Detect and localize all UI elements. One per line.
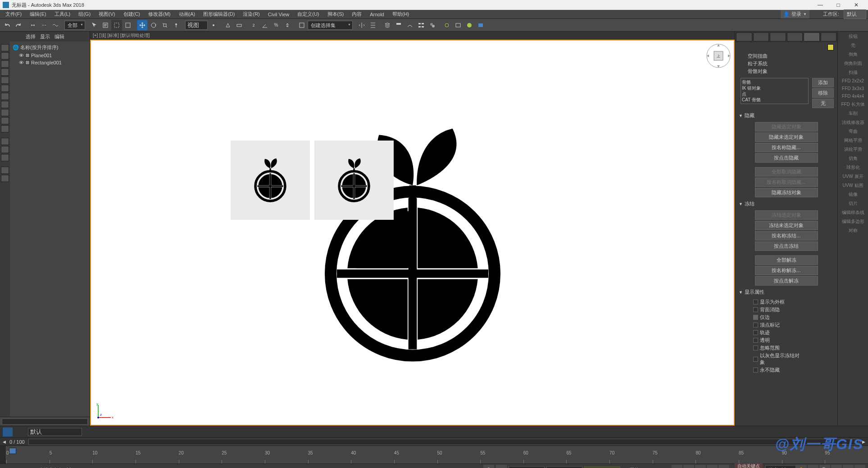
remove-button[interactable]: 移除 (812, 88, 834, 98)
chk-backface[interactable]: 背面消隐 (744, 306, 803, 313)
chk-ignoreextent[interactable]: 忽略范围 (744, 345, 803, 351)
none-button[interactable]: 无 (812, 99, 834, 108)
viewport-label[interactable]: [+] [顶] [标准] [默认明暗处理] (90, 32, 735, 40)
mod-sweep[interactable]: 扫描 (849, 69, 858, 76)
mirror-button[interactable] (356, 20, 367, 31)
mod-ffd4[interactable]: FFD 4x4x4 (842, 94, 864, 99)
scene-tree[interactable]: 🌐 名称(按升序排序) 👁 Plane001 👁 Rectangle001 (10, 41, 90, 417)
menu-modifiers[interactable]: 修改器(M) (145, 10, 174, 18)
tab-hierarchy[interactable] (770, 32, 786, 41)
menu-customize[interactable]: 自定义(U) (294, 10, 323, 18)
mod-ffd3[interactable]: FFD 3x3x3 (842, 86, 864, 91)
login-button[interactable]: 👤 登录 ▼ (781, 10, 809, 18)
close-button[interactable]: ✕ (847, 0, 865, 10)
explorer-search[interactable] (2, 418, 88, 425)
menu-animation[interactable]: 动画(A) (175, 10, 199, 18)
filter-lights-icon[interactable] (1, 60, 9, 68)
filter-spacewarps-icon[interactable] (1, 85, 9, 92)
filter-helpers-icon[interactable] (1, 77, 9, 84)
hide-byname-button[interactable]: 按名称隐藏... (755, 143, 818, 152)
goto-start-button[interactable]: ⏮ (672, 465, 682, 468)
zoom-button[interactable]: 🔍 (819, 465, 830, 468)
object-color-swatch[interactable] (827, 44, 834, 50)
filter-shapes-icon[interactable] (1, 52, 9, 59)
timeline[interactable]: 0510152025303540455055606570758085909510… (0, 445, 868, 463)
mod-editspline[interactable]: 编辑样条线 (842, 209, 864, 216)
menu-grapheditors[interactable]: 图形编辑器(D) (200, 10, 238, 18)
mod-uvwunwrap[interactable]: UVW 展开 (842, 173, 863, 180)
add-button[interactable]: 添加 (812, 78, 834, 87)
mod-bend[interactable]: 弯曲 (849, 128, 858, 135)
refcoord-dropdown[interactable] (185, 21, 208, 30)
filter-cameras-icon[interactable] (1, 68, 9, 76)
pan-button[interactable]: ✋ (796, 465, 807, 468)
rollout-displayprops[interactable]: ▼显示属性 (737, 287, 836, 297)
timeline-ruler[interactable]: 0510152025303540455055606570758085909510… (6, 446, 868, 463)
tree-item-plane[interactable]: 👁 Plane001 (11, 52, 89, 59)
workspace-dropdown[interactable]: 默认 (844, 9, 866, 19)
maximize-viewport-button[interactable]: ▣ (854, 465, 865, 468)
mod-ffdbox[interactable]: FFD 长方体 (841, 101, 864, 108)
menu-group[interactable]: 组(G) (75, 10, 94, 18)
select-rotate-button[interactable] (148, 20, 159, 31)
time-slider-thumb[interactable] (9, 448, 16, 454)
timeline-toggle[interactable] (0, 446, 6, 463)
filter-containers-icon[interactable] (1, 117, 9, 124)
filter-geometry-icon[interactable] (1, 44, 9, 51)
mod-slice[interactable]: 切角 (849, 155, 858, 162)
layer-explorer-button[interactable] (382, 20, 393, 31)
freeze-byname-button[interactable]: 按名称冻结... (755, 231, 818, 241)
menu-help[interactable]: 帮助(H) (389, 10, 413, 18)
eye-icon[interactable]: 👁 (19, 53, 24, 58)
menu-scripting[interactable]: 脚本(S) (324, 10, 348, 18)
mod-uvwmap[interactable]: UVW 贴图 (842, 182, 863, 189)
display-invert-icon[interactable] (1, 154, 9, 161)
collapse-icon[interactable] (1, 175, 9, 182)
menu-edit[interactable]: 编辑(E) (26, 10, 50, 18)
coord-x[interactable] (509, 466, 545, 468)
chk-transparent[interactable]: 透明 (744, 337, 803, 344)
menu-tools[interactable]: 工具(L) (51, 10, 74, 18)
mod-lathe[interactable]: 车削 (849, 110, 858, 117)
maximize-button[interactable]: □ (829, 0, 847, 10)
schematic-view-button[interactable] (416, 20, 427, 31)
zoom-extents-button[interactable]: ⛶ (831, 465, 842, 468)
tab-motion[interactable] (787, 32, 803, 41)
hide-selected-button[interactable]: 隐藏选定对象 (755, 122, 818, 132)
frame-range-slider[interactable] (28, 439, 859, 445)
chk-novisible[interactable]: 永不隐藏 (744, 367, 803, 373)
chk-vertticks[interactable]: 顶点标记 (744, 322, 803, 328)
mod-normal[interactable]: 法线修改器 (842, 119, 864, 126)
unhide-all-button[interactable]: 全部取消隐藏 (755, 167, 818, 177)
lock-selection-icon[interactable]: 🔒 (483, 465, 494, 468)
select-place-button[interactable] (171, 20, 182, 31)
prev-frame-button[interactable]: ◀◀ (683, 465, 694, 468)
menu-content[interactable]: 内容 (348, 10, 365, 18)
rollout-hide[interactable]: ▼隐藏 (737, 111, 836, 120)
rect-select-button[interactable] (111, 20, 122, 31)
display-all-icon[interactable] (1, 146, 9, 153)
unhide-byname-button[interactable]: 按名称取消隐藏... (755, 177, 818, 187)
snap-angle-button[interactable] (259, 20, 270, 31)
play-button[interactable]: ▶ (695, 465, 706, 468)
mod-mirror[interactable]: 镜像 (849, 191, 858, 198)
isolate-selection-icon[interactable]: ◎ (496, 465, 507, 468)
filter-frozen-icon[interactable] (1, 125, 9, 132)
menu-create[interactable]: 创建(C) (120, 10, 144, 18)
snap-percent-button[interactable]: % (271, 20, 282, 31)
align-button[interactable] (368, 20, 378, 31)
rollout-freeze[interactable]: ▼冻结 (737, 199, 836, 209)
menu-view[interactable]: 视图(V) (95, 10, 119, 18)
bind-spacewarp-button[interactable] (50, 20, 61, 31)
select-scale-button[interactable] (159, 20, 170, 31)
link-button[interactable] (27, 20, 38, 31)
chk-seethrough[interactable]: 显示为外框 (744, 299, 803, 305)
hide-byhit-button[interactable]: 按点击隐藏 (755, 153, 818, 163)
window-crossing-button[interactable] (123, 20, 133, 31)
freeze-unselected-button[interactable]: 冻结未选定对象 (755, 221, 818, 230)
undo-button[interactable] (2, 20, 13, 31)
render-setup-button[interactable] (441, 20, 452, 31)
selection-filter[interactable]: 全部 (64, 21, 85, 30)
curve-editor-button[interactable] (404, 20, 415, 31)
tab-display[interactable] (804, 32, 820, 41)
